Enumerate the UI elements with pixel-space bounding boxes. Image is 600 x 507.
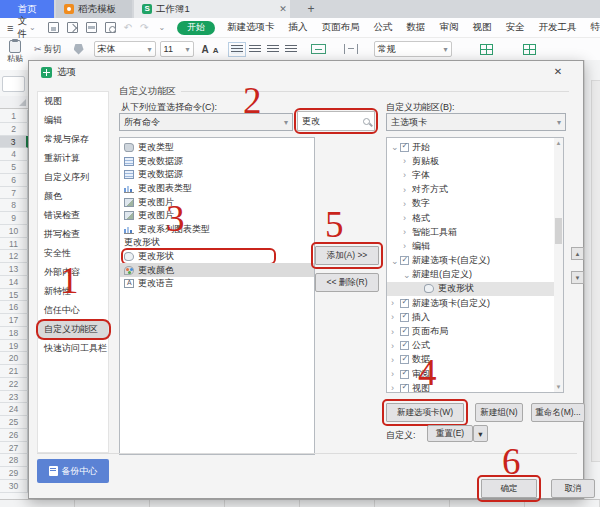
undo-icon[interactable]: ↶: [124, 22, 132, 33]
row-header[interactable]: 4: [0, 148, 28, 161]
tree-row[interactable]: › 数据: [387, 353, 563, 367]
reset-button[interactable]: 重置(E): [427, 425, 473, 442]
checkbox[interactable]: [400, 327, 409, 336]
sidebar-item[interactable]: 信任中心: [38, 301, 108, 320]
select-all-corner[interactable]: [0, 96, 28, 109]
chevron-down-icon[interactable]: ⌄: [158, 23, 165, 32]
expander-icon[interactable]: ⌄: [391, 256, 400, 266]
row-header[interactable]: 18: [0, 327, 28, 340]
sidebar-item[interactable]: 颜色: [38, 187, 108, 206]
row-header[interactable]: 11: [0, 238, 28, 251]
reset-dropdown-icon[interactable]: ▾: [473, 425, 488, 442]
row-header[interactable]: 28: [0, 454, 28, 467]
move-up-button[interactable]: ▲: [571, 247, 584, 260]
expander-icon[interactable]: ›: [403, 199, 412, 209]
expander-icon[interactable]: ›: [403, 213, 412, 223]
sidebar-item[interactable]: 自定义功能区: [38, 320, 108, 339]
ribbon-tab[interactable]: 公式: [374, 21, 393, 34]
sidebar-item[interactable]: 常规与保存: [38, 130, 108, 149]
command-item[interactable]: 更改数据源: [120, 168, 314, 182]
cancel-button[interactable]: 取消: [551, 479, 595, 498]
rename-button[interactable]: 重命名(M)...: [531, 403, 585, 422]
tree-row[interactable]: › 审阅: [387, 367, 563, 381]
backup-center-button[interactable]: 备份中心: [37, 459, 109, 483]
tree-row[interactable]: ⌄ 开始: [387, 140, 563, 154]
name-box[interactable]: [2, 76, 25, 92]
tree-row[interactable]: › 智能工具箱: [387, 225, 563, 239]
row-header[interactable]: 7: [0, 187, 28, 200]
ribbon-tab[interactable]: 审阅: [440, 21, 459, 34]
row-header[interactable]: 16: [0, 301, 28, 314]
format-painter-icon[interactable]: [74, 44, 84, 55]
row-header[interactable]: 5: [0, 161, 28, 174]
paste-button[interactable]: 粘贴: [0, 38, 30, 70]
align-center-icon[interactable]: [249, 45, 261, 54]
tree-row[interactable]: 更改形状: [387, 282, 563, 296]
row-header[interactable]: 3: [0, 136, 28, 149]
ribbon-tab-start[interactable]: 开始: [177, 21, 215, 35]
expander-icon[interactable]: ›: [391, 355, 400, 365]
row-header[interactable]: 25: [0, 416, 28, 429]
grow-font-button[interactable]: A: [202, 44, 209, 55]
hamburger-icon[interactable]: ≡: [7, 22, 13, 34]
row-header[interactable]: 30: [0, 480, 28, 493]
tab-workbook1[interactable]: 工作簿1: [134, 0, 290, 18]
add-button[interactable]: 添加(A) >>: [315, 246, 379, 265]
font-size-select[interactable]: 11 ▾: [160, 41, 194, 57]
new-tab-button[interactable]: 新建选项卡(W): [386, 403, 464, 422]
expander-icon[interactable]: ›: [391, 312, 400, 322]
indent-decrease-icon[interactable]: [267, 45, 279, 54]
command-item[interactable]: 更改颜色: [120, 263, 314, 277]
number-format-select[interactable]: 常规 ▾: [374, 41, 452, 57]
tree-row[interactable]: › 视图: [387, 381, 563, 393]
row-header[interactable]: 15: [0, 289, 28, 302]
tree-row[interactable]: › 插入: [387, 310, 563, 324]
ribbon-tab[interactable]: 开发工具: [539, 21, 577, 34]
expander-icon[interactable]: ›: [403, 227, 412, 237]
tree-row[interactable]: › 剪贴板: [387, 154, 563, 168]
tree-row[interactable]: › 数字: [387, 197, 563, 211]
sidebar-item[interactable]: 自定义序列: [38, 168, 108, 187]
merge-cells-icon[interactable]: [311, 44, 326, 54]
close-icon[interactable]: ✕: [551, 65, 565, 79]
row-header[interactable]: 26: [0, 429, 28, 442]
command-item[interactable]: 更改形状: [120, 250, 314, 264]
row-header[interactable]: 9: [0, 212, 28, 225]
tree-row[interactable]: › 格式: [387, 211, 563, 225]
move-down-button[interactable]: ▼: [571, 271, 584, 284]
checkbox[interactable]: [400, 256, 409, 265]
tab-docer-templates[interactable]: 稻壳模板: [56, 0, 132, 18]
sidebar-item[interactable]: 编辑: [38, 111, 108, 130]
checkbox[interactable]: [400, 370, 409, 379]
checkbox[interactable]: [400, 384, 409, 393]
expander-icon[interactable]: ⌄: [391, 142, 400, 152]
row-header[interactable]: 27: [0, 442, 28, 455]
print-icon[interactable]: [86, 22, 97, 33]
row-header[interactable]: 19: [0, 340, 28, 353]
ribbon-tab[interactable]: 页面布局: [322, 21, 360, 34]
command-item[interactable]: 更改图片: [120, 195, 314, 209]
checkbox[interactable]: [400, 299, 409, 308]
command-item[interactable]: 更改系列图表类型: [120, 223, 314, 237]
commands-source-select[interactable]: 所有命令 ▾: [119, 113, 293, 131]
row-header[interactable]: 13: [0, 263, 28, 276]
tab-home[interactable]: 首页: [0, 0, 54, 18]
row-header[interactable]: 23: [0, 391, 28, 404]
redo-icon[interactable]: ↷: [140, 22, 148, 33]
sidebar-item[interactable]: 拼写检查: [38, 225, 108, 244]
tree-row[interactable]: › 编辑: [387, 239, 563, 253]
row-header[interactable]: 2: [0, 123, 28, 136]
export-icon[interactable]: [67, 22, 78, 33]
checkbox[interactable]: [400, 341, 409, 350]
cut-button[interactable]: ✂ 剪切: [34, 43, 62, 56]
expander-icon[interactable]: ›: [391, 369, 400, 379]
sheet-scrollbar[interactable]: [584, 60, 600, 499]
ribbon-tab[interactable]: 数据: [407, 21, 426, 34]
expander-icon[interactable]: ›: [391, 298, 400, 308]
file-menu[interactable]: 文件: [17, 15, 27, 41]
row-header[interactable]: 22: [0, 378, 28, 391]
row-header[interactable]: 17: [0, 314, 28, 327]
font-name-select[interactable]: 宋体 ▾: [94, 41, 156, 57]
new-tab-icon[interactable]: +: [303, 1, 319, 17]
print-preview-icon[interactable]: [105, 22, 116, 33]
